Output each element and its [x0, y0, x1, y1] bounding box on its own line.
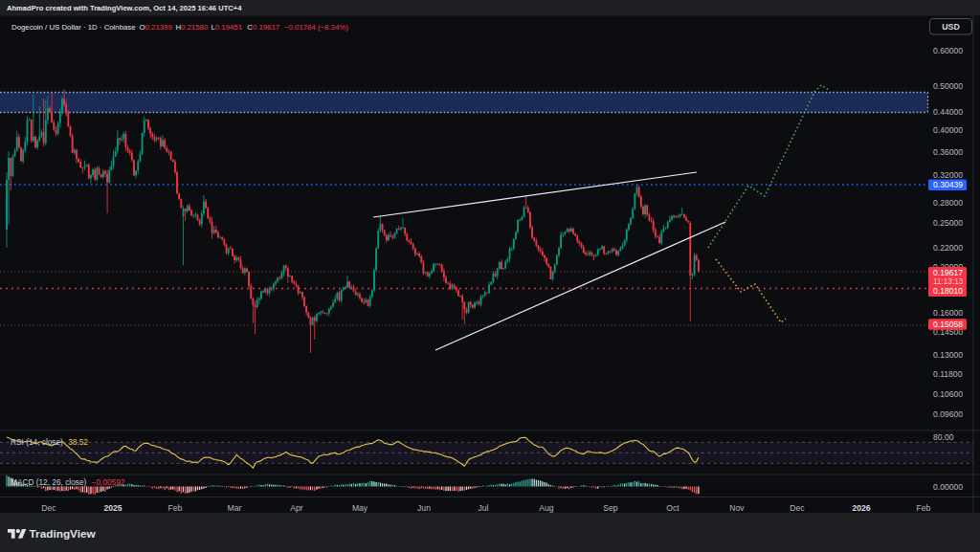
svg-text:0.10600: 0.10600 [933, 389, 963, 399]
svg-text:0.32000: 0.32000 [933, 170, 963, 180]
svg-text:C0.19617: C0.19617 [247, 23, 279, 32]
svg-text:Oct: Oct [666, 503, 679, 513]
svg-text:0.50000: 0.50000 [933, 81, 963, 91]
svg-text:11:13:13: 11:13:13 [933, 277, 964, 286]
svg-text:0.11800: 0.11800 [933, 369, 963, 379]
svg-text:Jul: Jul [479, 503, 489, 513]
svg-text:0.40000: 0.40000 [933, 125, 963, 135]
svg-text:0.00000: 0.00000 [933, 482, 963, 492]
svg-text:0.30439: 0.30439 [933, 180, 963, 189]
svg-text:Nov: Nov [729, 503, 745, 513]
svg-text:Aug: Aug [539, 503, 554, 513]
svg-text:0.18010: 0.18010 [933, 286, 963, 296]
svg-text:Feb: Feb [917, 503, 931, 513]
svg-text:TradingView: TradingView [30, 527, 97, 541]
svg-text:Dec: Dec [790, 503, 805, 513]
svg-text:2025: 2025 [103, 503, 122, 513]
svg-text:MACD (12, 26, close) −0.00592: MACD (12, 26, close) −0.00592 [11, 477, 125, 487]
svg-text:80.00: 80.00 [933, 432, 954, 442]
svg-text:−0.01784 (−8.34%): −0.01784 (−8.34%) [284, 23, 348, 32]
svg-text:0.13000: 0.13000 [933, 350, 963, 360]
svg-text:RSI (14, close) 38.52: RSI (14, close) 38.52 [11, 437, 88, 447]
svg-text:AhmadPro created with TradingV: AhmadPro created with TradingView.com, O… [7, 4, 242, 12]
svg-text:H0.21580: H0.21580 [175, 23, 208, 32]
svg-text:May: May [352, 503, 368, 513]
svg-text:Jun: Jun [417, 503, 431, 513]
svg-text:O0.21399: O0.21399 [140, 23, 172, 32]
svg-text:Dec: Dec [41, 503, 56, 513]
svg-text:0.44000: 0.44000 [933, 107, 963, 117]
svg-text:0.36000: 0.36000 [933, 147, 963, 157]
svg-text:0.22000: 0.22000 [933, 243, 963, 253]
svg-text:0.60000: 0.60000 [933, 46, 963, 55]
svg-text:USD: USD [942, 22, 960, 32]
svg-text:0.15058: 0.15058 [933, 320, 963, 329]
svg-text:Feb: Feb [168, 503, 183, 513]
svg-text:Mar: Mar [228, 503, 242, 513]
svg-text:2026: 2026 [852, 503, 870, 513]
svg-text:Apr: Apr [290, 503, 303, 513]
svg-text:L0.19451: L0.19451 [212, 23, 243, 32]
svg-text:0.09600: 0.09600 [933, 409, 963, 419]
svg-text:0.25000: 0.25000 [933, 218, 963, 228]
svg-text:0.28000: 0.28000 [933, 198, 963, 208]
svg-text:Dogecoin / US Dollar · 1D · Co: Dogecoin / US Dollar · 1D · Coinbase [11, 23, 136, 32]
svg-text:0.19617: 0.19617 [933, 268, 963, 277]
svg-text:0.16000: 0.16000 [933, 308, 963, 318]
svg-text:Sep: Sep [603, 503, 618, 513]
